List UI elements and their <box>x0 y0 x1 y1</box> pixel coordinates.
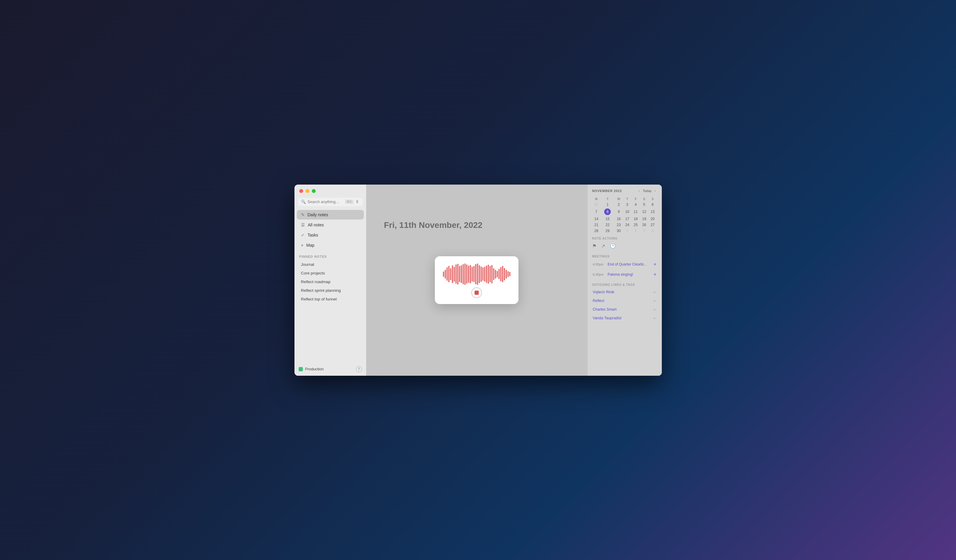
calendar-day[interactable]: 14 <box>592 216 601 222</box>
meetings-list: 4:00pm End of Quarter Clearbi... + 6:30p… <box>588 260 662 280</box>
sidebar-item-daily-notes[interactable]: ✎ Daily notes <box>297 210 364 220</box>
meeting-add-button[interactable]: + <box>654 272 656 277</box>
main-content: Fri, 11th November, 2022 <box>366 184 587 376</box>
calendar-day[interactable]: 30 <box>615 228 623 234</box>
microphone-icon[interactable]: 🎙 <box>355 200 360 204</box>
calendar-day[interactable]: 25 <box>631 222 640 228</box>
stop-icon <box>475 291 479 295</box>
link-name[interactable]: Vanda Taupradist <box>593 316 621 320</box>
outgoing-links-list: Vojtech Rinik ↩ Reflect ↩ Charles Smart … <box>588 288 662 323</box>
calendar-day[interactable]: 17 <box>623 216 631 222</box>
waveform-bar <box>456 264 457 284</box>
calendar-day[interactable]: 1 <box>623 228 631 234</box>
calendar-week: 28 29 30 1 2 3 4 <box>592 228 657 234</box>
calendar-day[interactable]: 4 <box>648 228 657 234</box>
calendar-day[interactable]: 13 <box>648 208 657 216</box>
meeting-name[interactable]: Paloma singing! <box>608 272 651 277</box>
calendar-day[interactable]: 6 <box>648 201 657 208</box>
pinned-item-core-projects[interactable]: Core projects <box>296 269 364 277</box>
link-item: Charles Smart ↩ <box>590 305 659 314</box>
calendar-day[interactable]: 15 <box>601 216 615 222</box>
calendar-day[interactable]: 23 <box>615 222 623 228</box>
pinned-item-reflect-roadmap[interactable]: Reflect roadmap <box>296 278 364 286</box>
kbd-shortcut: ⌘K <box>345 200 353 204</box>
waveform-bar <box>482 267 484 281</box>
list-icon: ☰ <box>301 222 305 227</box>
calendar-day[interactable]: 31 <box>592 201 601 208</box>
calendar-day[interactable]: 28 <box>592 228 601 234</box>
calendar-day[interactable]: 29 <box>601 228 615 234</box>
calendar-week: 31 1 2 3 4 5 6 <box>592 201 657 208</box>
calendar-day[interactable]: 16 <box>615 216 623 222</box>
calendar-prev-button[interactable]: ‹ <box>637 188 641 193</box>
calendar-day[interactable]: 7 <box>592 208 601 216</box>
pinned-item-journal[interactable]: Journal <box>296 260 364 269</box>
calendar-day[interactable]: 2 <box>631 228 640 234</box>
workspace-label: Production <box>305 367 324 371</box>
calendar-day[interactable]: 4 <box>631 201 640 208</box>
calendar-day[interactable]: 18 <box>631 216 640 222</box>
waveform-bar <box>495 270 496 278</box>
outgoing-links-section-label: OUTGOING LINKS & TAGS <box>588 280 662 288</box>
calendar-day[interactable]: 26 <box>640 222 648 228</box>
sidebar-item-tasks[interactable]: ✓ Tasks <box>297 230 364 240</box>
meeting-add-button[interactable]: + <box>654 262 656 267</box>
waveform-bar <box>504 268 505 280</box>
pinned-item-reflect-sprint-planning[interactable]: Reflect sprint planning <box>296 286 364 294</box>
waveform-bar <box>464 263 465 285</box>
calendar-day[interactable]: 11 <box>631 208 640 216</box>
link-item: Vojtech Rinik ↩ <box>590 288 659 296</box>
calendar-day[interactable]: 22 <box>601 222 615 228</box>
pinned-item-reflect-top-of-funnel[interactable]: Reflect top of funnel <box>296 295 364 303</box>
waveform-bar <box>454 267 455 282</box>
today-button[interactable]: Today <box>643 189 651 193</box>
pinned-item-label: Reflect roadmap <box>301 280 330 284</box>
waveform-bar <box>493 268 494 280</box>
day-header-sun: S <box>648 197 657 201</box>
waveform-bar <box>477 263 478 285</box>
traffic-light-red[interactable] <box>299 189 303 193</box>
sidebar-item-label: Daily notes <box>308 212 328 217</box>
sidebar-item-all-notes[interactable]: ☰ All notes <box>297 220 364 230</box>
meeting-name[interactable]: End of Quarter Clearbi... <box>608 262 651 266</box>
day-header-mon: M <box>592 197 601 201</box>
check-icon: ✓ <box>301 233 305 238</box>
calendar-day[interactable]: 2 <box>615 201 623 208</box>
waveform-bar <box>498 269 500 279</box>
calendar-day[interactable]: 3 <box>623 201 631 208</box>
share-action-icon[interactable]: ↗ <box>601 243 605 249</box>
map-icon: ⌖ <box>301 243 303 248</box>
calendar-day[interactable]: 27 <box>648 222 657 228</box>
help-button[interactable]: ? <box>356 366 362 372</box>
sidebar-item-map[interactable]: ⌖ Map <box>297 241 364 250</box>
search-input[interactable] <box>308 200 343 204</box>
clock-action-icon[interactable]: 🕐 <box>610 243 616 249</box>
calendar-day[interactable]: 21 <box>592 222 601 228</box>
calendar-day[interactable]: 24 <box>623 222 631 228</box>
waveform-bar <box>445 270 446 278</box>
link-name[interactable]: Reflect <box>593 299 604 303</box>
stop-recording-button[interactable] <box>471 287 482 298</box>
calendar-next-button[interactable]: › <box>654 188 657 193</box>
search-bar[interactable]: 🔍 ⌘K 🎙 <box>298 198 363 206</box>
calendar-day[interactable]: 19 <box>640 216 648 222</box>
link-name[interactable]: Charles Smart <box>593 307 617 311</box>
waveform-bar <box>509 272 510 276</box>
calendar-day[interactable]: 1 <box>601 201 615 208</box>
calendar-day[interactable]: 20 <box>648 216 657 222</box>
calendar-day[interactable]: 10 <box>623 208 631 216</box>
waveform-bar <box>461 265 462 283</box>
waveform-bar <box>457 264 458 285</box>
calendar-day-today[interactable]: 8 <box>601 208 615 216</box>
waveform-bar <box>506 270 507 278</box>
calendar-day[interactable]: 9 <box>615 208 623 216</box>
waveform-bar <box>500 267 502 282</box>
calendar-day[interactable]: 3 <box>640 228 648 234</box>
traffic-light-yellow[interactable] <box>305 189 310 193</box>
calendar-section: NOVEMBER 2022 ‹ Today › M T W T F S <box>588 184 662 234</box>
pin-action-icon[interactable]: ⚑ <box>592 243 596 249</box>
calendar-day[interactable]: 12 <box>640 208 648 216</box>
calendar-day[interactable]: 5 <box>640 201 648 208</box>
traffic-light-green[interactable] <box>312 189 316 193</box>
link-name[interactable]: Vojtech Rinik <box>593 290 614 294</box>
